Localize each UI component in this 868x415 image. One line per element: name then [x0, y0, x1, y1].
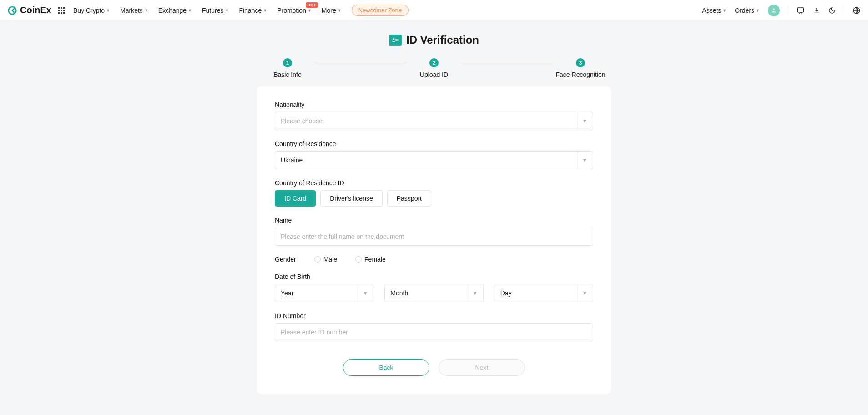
svg-rect-8	[61, 12, 62, 14]
top-header: CoinEx Buy Crypto▼ Markets▼ Exchange▼ Fu…	[0, 0, 868, 21]
nav-label: Buy Crypto	[73, 7, 105, 14]
gender-male-radio[interactable]: Male	[314, 256, 337, 263]
svg-rect-15	[395, 40, 399, 41]
chevron-down-icon: ▼	[756, 8, 760, 13]
select-value: Month	[390, 289, 408, 297]
id-type-options: ID Card Driver's license Passport	[275, 190, 593, 207]
field-id-type: Country of Residence ID ID Card Driver's…	[275, 179, 593, 207]
nav-orders[interactable]: Orders▼	[735, 7, 760, 14]
svg-rect-4	[58, 10, 60, 11]
page-title-text: ID Verification	[406, 34, 479, 46]
svg-rect-1	[58, 7, 60, 9]
svg-rect-9	[63, 12, 65, 14]
dob-year-select[interactable]: Year ▼	[275, 284, 373, 302]
field-country: Country of Residence Ukraine ▼	[275, 140, 593, 169]
select-value: Year	[281, 289, 293, 297]
field-gender: Gender Male Female	[275, 256, 593, 263]
nav-buy-crypto[interactable]: Buy Crypto▼	[73, 7, 110, 14]
step-label: Basic Info	[273, 71, 301, 78]
chevron-down-icon: ▼	[263, 8, 267, 13]
field-nationality: Nationality Please choose ▼	[275, 101, 593, 130]
nav-promotion[interactable]: Promotion▼ HOT	[277, 7, 312, 14]
nav-label: Promotion	[277, 7, 306, 14]
user-icon	[771, 7, 777, 14]
id-type-label: Country of Residence ID	[275, 179, 593, 187]
coinex-logo-icon	[7, 5, 17, 15]
globe-icon[interactable]	[853, 6, 861, 15]
brand-logo[interactable]: CoinEx	[7, 5, 51, 15]
svg-rect-16	[392, 41, 395, 42]
svg-point-10	[773, 8, 775, 10]
gender-label: Gender	[275, 256, 296, 263]
name-input[interactable]	[275, 228, 593, 246]
nav-label: Finance	[239, 7, 262, 14]
svg-rect-3	[63, 7, 65, 9]
nav-label: Futures	[202, 7, 223, 14]
id-type-passport[interactable]: Passport	[387, 190, 431, 207]
nav-exchange[interactable]: Exchange▼	[158, 7, 192, 14]
avatar[interactable]	[768, 5, 780, 16]
chevron-down-icon: ▼	[722, 8, 727, 13]
right-nav: Assets▼ Orders▼	[702, 5, 861, 16]
apps-grid-icon[interactable]	[58, 7, 65, 14]
nav-label: Exchange	[158, 7, 187, 14]
radio-circle-icon	[355, 256, 362, 263]
nav-label: Orders	[735, 7, 754, 14]
radio-label: Male	[323, 256, 337, 263]
next-button[interactable]: Next	[439, 359, 525, 376]
id-number-input[interactable]	[275, 323, 593, 341]
dob-day-select[interactable]: Day ▼	[495, 284, 593, 302]
nav-futures[interactable]: Futures▼	[202, 7, 229, 14]
progress-steps: 1 Basic Info 2 Upload ID 3 Face Recognit…	[260, 58, 608, 78]
nationality-select[interactable]: Please choose ▼	[275, 112, 593, 130]
nav-finance[interactable]: Finance▼	[239, 7, 267, 14]
step-face-recognition: 3 Face Recognition	[553, 58, 608, 78]
nav-markets[interactable]: Markets▼	[120, 7, 148, 14]
id-type-drivers-license[interactable]: Driver's license	[320, 190, 382, 207]
field-id-number: ID Number	[275, 312, 593, 341]
nav-label: More	[322, 7, 336, 14]
step-connector	[461, 63, 553, 63]
dob-month-select[interactable]: Month ▼	[384, 284, 483, 302]
chat-icon[interactable]	[797, 6, 805, 15]
back-button[interactable]: Back	[343, 359, 429, 376]
page-title: ID Verification	[257, 34, 611, 46]
svg-rect-7	[58, 12, 60, 14]
chevron-down-icon: ▼	[577, 112, 587, 130]
gender-female-radio[interactable]: Female	[355, 256, 386, 263]
svg-rect-14	[395, 39, 399, 40]
step-connector	[315, 63, 407, 63]
select-value: Ukraine	[281, 157, 303, 164]
chevron-down-icon: ▼	[188, 8, 192, 13]
step-basic-info: 1 Basic Info	[260, 58, 315, 78]
page-content: ID Verification 1 Basic Info 2 Upload ID…	[257, 34, 611, 394]
brand-name: CoinEx	[20, 5, 51, 15]
select-value: Please choose	[281, 117, 323, 125]
chevron-down-icon: ▼	[106, 8, 110, 13]
form-actions: Back Next	[275, 359, 593, 376]
select-value: Day	[500, 289, 512, 297]
chevron-down-icon: ▼	[308, 8, 312, 13]
divider	[844, 6, 844, 15]
newcomer-zone-button[interactable]: Newcomer Zone	[352, 5, 409, 16]
step-upload-id: 2 Upload ID	[407, 58, 461, 78]
nav-label: Assets	[702, 7, 721, 14]
step-number: 2	[429, 58, 439, 67]
main-nav: Buy Crypto▼ Markets▼ Exchange▼ Futures▼ …	[73, 5, 409, 16]
step-number: 1	[283, 58, 292, 67]
field-name: Name	[275, 217, 593, 246]
radio-label: Female	[364, 256, 386, 263]
nav-assets[interactable]: Assets▼	[702, 7, 727, 14]
form-card: Nationality Please choose ▼ Country of R…	[257, 86, 611, 394]
svg-rect-11	[797, 8, 804, 12]
nav-more[interactable]: More▼	[322, 7, 342, 14]
country-select[interactable]: Ukraine ▼	[275, 151, 593, 169]
field-dob: Date of Birth Year ▼ Month ▼ Day ▼	[275, 273, 593, 302]
id-type-id-card[interactable]: ID Card	[275, 190, 316, 207]
step-label: Face Recognition	[556, 71, 606, 78]
svg-rect-2	[61, 7, 62, 9]
download-icon[interactable]	[813, 7, 820, 14]
nationality-label: Nationality	[275, 101, 593, 108]
chevron-down-icon: ▼	[577, 152, 587, 169]
moon-icon[interactable]	[828, 7, 836, 14]
